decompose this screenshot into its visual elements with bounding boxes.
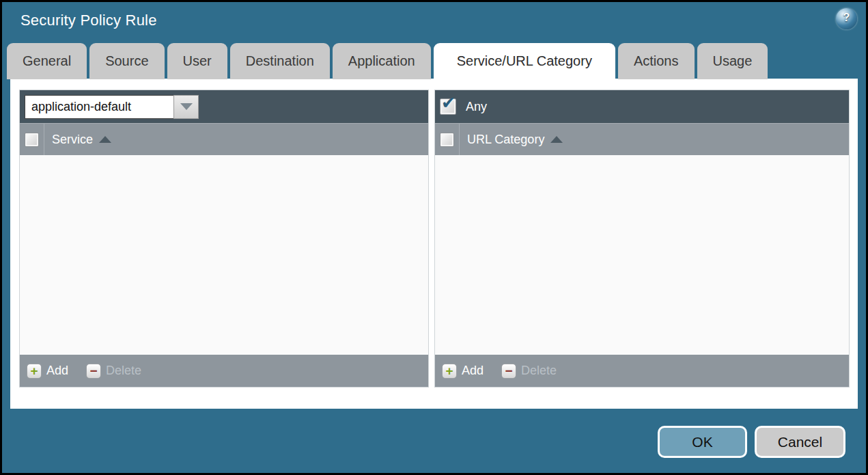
tab-content-area: Service + Add − Delete ✔ bbox=[10, 79, 858, 409]
service-delete-button[interactable]: − Delete bbox=[86, 364, 141, 379]
tab-application[interactable]: Application bbox=[333, 43, 431, 79]
service-add-button[interactable]: + Add bbox=[27, 364, 68, 379]
tab-usage[interactable]: Usage bbox=[697, 43, 768, 79]
any-checkbox[interactable]: ✔ bbox=[440, 98, 456, 115]
check-icon: ✔ bbox=[441, 93, 456, 113]
url-category-delete-label: Delete bbox=[521, 364, 557, 378]
service-toolbar bbox=[20, 90, 428, 123]
service-type-combobox bbox=[25, 95, 199, 119]
url-category-column-label: URL Category bbox=[467, 133, 544, 147]
dialog-title: Security Policy Rule bbox=[20, 12, 157, 29]
url-category-add-label: Add bbox=[462, 364, 484, 378]
url-category-table-header: URL Category bbox=[435, 123, 849, 155]
tab-user[interactable]: User bbox=[167, 43, 227, 79]
help-icon: ? bbox=[836, 12, 857, 24]
chevron-down-icon bbox=[180, 103, 193, 110]
service-delete-label: Delete bbox=[106, 364, 141, 378]
sort-ascending-icon bbox=[550, 136, 563, 143]
service-add-label: Add bbox=[46, 364, 68, 378]
url-category-column-header[interactable]: URL Category bbox=[467, 133, 563, 147]
delete-minus-icon: − bbox=[501, 364, 516, 379]
column-separator bbox=[44, 124, 44, 155]
service-panel: Service + Add − Delete bbox=[19, 90, 429, 388]
tab-destination[interactable]: Destination bbox=[230, 43, 330, 79]
service-type-input[interactable] bbox=[25, 95, 173, 119]
url-category-list[interactable] bbox=[435, 155, 849, 355]
service-select-all-checkbox[interactable] bbox=[25, 133, 39, 147]
service-column-header[interactable]: Service bbox=[52, 133, 111, 147]
url-category-panel: ✔ Any URL Category + Add − bbox=[434, 90, 850, 388]
tab-source[interactable]: Source bbox=[89, 43, 164, 79]
url-category-footer: + Add − Delete bbox=[435, 355, 849, 387]
add-plus-icon: + bbox=[442, 364, 457, 379]
delete-minus-icon: − bbox=[86, 364, 101, 379]
tab-service-url-category[interactable]: Service/URL Category bbox=[434, 43, 615, 79]
service-column-label: Service bbox=[52, 133, 93, 147]
tab-bar: General Source User Destination Applicat… bbox=[7, 43, 770, 79]
url-category-add-button[interactable]: + Add bbox=[442, 364, 484, 379]
help-button[interactable]: ? bbox=[836, 8, 857, 29]
service-table-header: Service bbox=[20, 123, 428, 155]
service-list[interactable] bbox=[20, 155, 428, 355]
any-label: Any bbox=[466, 100, 487, 114]
security-policy-rule-dialog: Security Policy Rule ? General Source Us… bbox=[0, 0, 868, 475]
url-category-delete-button[interactable]: − Delete bbox=[501, 364, 557, 379]
column-separator bbox=[459, 124, 460, 155]
cancel-button[interactable]: Cancel bbox=[755, 426, 845, 458]
ok-button[interactable]: OK bbox=[658, 426, 747, 458]
add-plus-icon: + bbox=[27, 364, 42, 379]
sort-ascending-icon bbox=[99, 136, 111, 143]
url-category-select-all-checkbox[interactable] bbox=[440, 133, 454, 147]
tab-general[interactable]: General bbox=[7, 43, 87, 79]
url-category-toolbar: ✔ Any bbox=[435, 90, 849, 123]
service-footer: + Add − Delete bbox=[20, 355, 428, 387]
service-type-dropdown-button[interactable] bbox=[173, 95, 199, 119]
tab-actions[interactable]: Actions bbox=[618, 43, 695, 79]
